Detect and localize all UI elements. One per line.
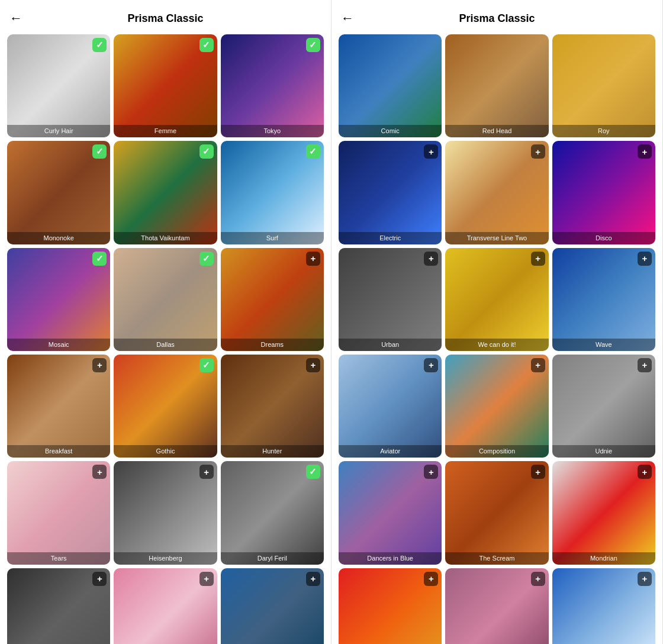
- card-label-dancers-blue: Dancers in Blue: [339, 552, 442, 565]
- filter-card-breakfast[interactable]: +Breakfast: [7, 355, 110, 458]
- filter-card-dallas[interactable]: ✓Dallas: [114, 248, 217, 351]
- filter-card-thota-vaikuntam[interactable]: ✓Thota Vaikuntam: [114, 141, 217, 244]
- filter-card-daryl-feril[interactable]: ✓Daryl Feril: [221, 461, 324, 564]
- check-badge-thota-vaikuntam: ✓: [199, 144, 214, 159]
- card-label-tears: Tears: [7, 552, 110, 565]
- filter-card-surf[interactable]: ✓Surf: [221, 141, 324, 244]
- card-label-wave: Wave: [552, 339, 655, 351]
- plus-badge-sakura[interactable]: +: [199, 572, 214, 586]
- filter-card-candy[interactable]: +Candy: [339, 568, 442, 644]
- plus-badge-we-can-do[interactable]: +: [531, 252, 545, 266]
- check-badge-femme: ✓: [199, 38, 214, 52]
- left-panel-title: Prisma Classic: [27, 12, 304, 25]
- card-label-mondrian: Mondrian: [552, 552, 655, 565]
- plus-badge-aviator[interactable]: +: [424, 358, 438, 372]
- plus-badge-urban[interactable]: +: [424, 252, 438, 266]
- plus-badge-wave[interactable]: +: [638, 252, 652, 266]
- filter-card-electric[interactable]: +Electric: [339, 141, 442, 244]
- left-panel-header: ← Prisma Classic: [5, 0, 326, 34]
- plus-badge-candy[interactable]: +: [424, 572, 438, 586]
- filter-card-disco[interactable]: +Disco: [552, 141, 655, 244]
- filter-card-transverse-line-two[interactable]: +Transverse Line Two: [445, 141, 548, 244]
- plus-badge-running[interactable]: +: [638, 572, 652, 586]
- card-label-surf: Surf: [221, 232, 324, 244]
- card-label-roy: Roy: [552, 125, 655, 137]
- filter-card-red-head[interactable]: Red Head: [445, 34, 548, 137]
- plus-badge-tears[interactable]: +: [92, 465, 107, 479]
- plus-badge-udnie[interactable]: +: [638, 358, 652, 372]
- plus-badge-blue2[interactable]: +: [306, 572, 320, 586]
- filter-card-udnie[interactable]: +Udnie: [552, 355, 655, 458]
- filter-card-dreams[interactable]: +Dreams: [221, 248, 324, 351]
- card-label-composition: Composition: [445, 445, 548, 458]
- left-back-button[interactable]: ←: [9, 11, 22, 26]
- filter-card-comic[interactable]: Comic: [339, 34, 442, 137]
- check-badge-mononoke: ✓: [92, 144, 107, 159]
- filter-card-wave[interactable]: +Wave: [552, 248, 655, 351]
- card-label-red-head: Red Head: [445, 125, 548, 137]
- card-label-tokyo: Tokyo: [221, 125, 324, 137]
- filter-card-mononoke[interactable]: ✓Mononoke: [7, 141, 110, 244]
- plus-badge-composition[interactable]: +: [531, 358, 545, 372]
- filter-card-composition[interactable]: +Composition: [445, 355, 548, 458]
- check-badge-mosaic: ✓: [92, 252, 107, 266]
- plus-badge-dancers-blue[interactable]: +: [424, 465, 438, 479]
- filter-card-heisenberg[interactable]: +Heisenberg: [114, 461, 217, 564]
- filter-card-hunter[interactable]: +Hunter: [221, 355, 324, 458]
- filter-card-roy[interactable]: Roy: [552, 34, 655, 137]
- filter-card-tears[interactable]: +Tears: [7, 461, 110, 564]
- right-back-button[interactable]: ←: [341, 11, 354, 26]
- filter-card-dancers-blue[interactable]: +Dancers in Blue: [339, 461, 442, 564]
- card-label-gothic: Gothic: [114, 445, 217, 458]
- card-label-daryl-feril: Daryl Feril: [221, 552, 324, 565]
- card-label-disco: Disco: [552, 232, 655, 244]
- filter-card-aviator[interactable]: +Aviator: [339, 355, 442, 458]
- card-label-udnie: Udnie: [552, 445, 655, 458]
- filter-card-gothic[interactable]: ✓Gothic: [114, 355, 217, 458]
- card-label-hunter: Hunter: [221, 445, 324, 458]
- filter-card-curly-hair[interactable]: ✓Curly Hair: [7, 34, 110, 137]
- plus-badge-breakfast[interactable]: +: [92, 358, 107, 372]
- check-badge-tokyo: ✓: [306, 38, 320, 52]
- card-label-femme: Femme: [114, 125, 217, 137]
- filter-card-the-scream[interactable]: +The Scream: [445, 461, 548, 564]
- plus-badge-the-scream[interactable]: +: [531, 465, 545, 479]
- check-badge-dallas: ✓: [199, 252, 214, 266]
- card-label-dallas: Dallas: [114, 339, 217, 351]
- filter-card-bonnie[interactable]: +Bonnie: [7, 568, 110, 644]
- card-label-comic: Comic: [339, 125, 442, 137]
- plus-badge-electric[interactable]: +: [424, 144, 438, 159]
- filter-card-mondrian[interactable]: +Mondrian: [552, 461, 655, 564]
- check-badge-gothic: ✓: [199, 358, 214, 372]
- filter-card-sakura[interactable]: +Sakura: [114, 568, 217, 644]
- card-label-electric: Electric: [339, 232, 442, 244]
- plus-badge-transverse-line-two[interactable]: +: [531, 144, 545, 159]
- plus-badge-hunter[interactable]: +: [306, 358, 320, 372]
- filter-card-mosaic[interactable]: ✓Mosaic: [7, 248, 110, 351]
- check-badge-surf: ✓: [306, 144, 320, 159]
- filter-card-femme[interactable]: ✓Femme: [114, 34, 217, 137]
- plus-badge-dreams[interactable]: +: [306, 252, 320, 266]
- card-label-transverse-line-two: Transverse Line Two: [445, 232, 548, 244]
- plus-badge-mondrian[interactable]: +: [638, 465, 652, 479]
- right-grid: ComicRed HeadRoy+Electric+Transverse Lin…: [336, 34, 658, 644]
- filter-card-tokyo[interactable]: ✓Tokyo: [221, 34, 324, 137]
- plus-badge-bonnie[interactable]: +: [92, 572, 107, 586]
- plus-badge-dancers-pink[interactable]: +: [531, 572, 545, 586]
- check-badge-curly-hair: ✓: [92, 38, 107, 52]
- card-label-heisenberg: Heisenberg: [114, 552, 217, 565]
- filter-card-running[interactable]: +Running in the storm: [552, 568, 655, 644]
- plus-badge-heisenberg[interactable]: +: [199, 465, 214, 479]
- plus-badge-disco[interactable]: +: [638, 144, 652, 159]
- filter-card-dancers-pink[interactable]: +Dancers in Pink: [445, 568, 548, 644]
- card-label-thota-vaikuntam: Thota Vaikuntam: [114, 232, 217, 244]
- right-panel-header: ← Prisma Classic: [336, 0, 658, 34]
- filter-card-we-can-do[interactable]: +We can do it!: [445, 248, 548, 351]
- filter-card-blue2[interactable]: +Blue: [221, 568, 324, 644]
- card-label-dreams: Dreams: [221, 339, 324, 351]
- left-panel: ← Prisma Classic ✓Curly Hair✓Femme✓Tokyo…: [0, 0, 332, 644]
- card-label-mosaic: Mosaic: [7, 339, 110, 351]
- card-label-mononoke: Mononoke: [7, 232, 110, 244]
- check-badge-daryl-feril: ✓: [306, 465, 320, 479]
- filter-card-urban[interactable]: +Urban: [339, 248, 442, 351]
